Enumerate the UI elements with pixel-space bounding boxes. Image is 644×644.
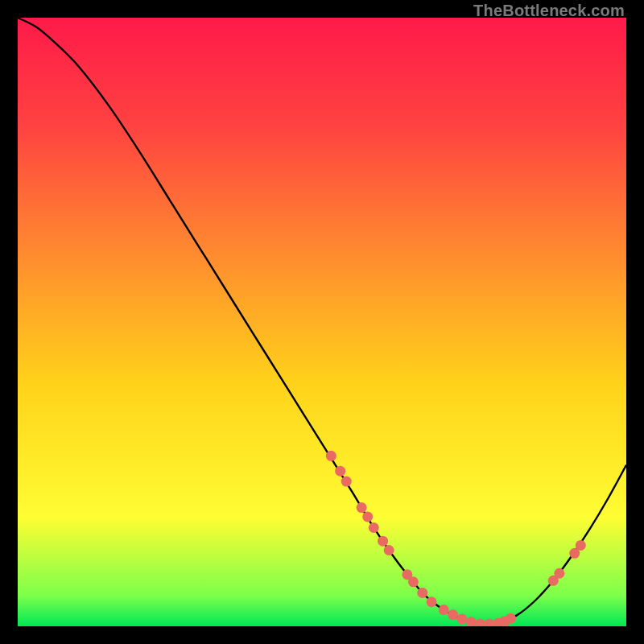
marker-point: [357, 502, 367, 513]
marker-point: [427, 597, 437, 607]
marker-point: [439, 605, 449, 615]
plot-background: [18, 18, 626, 626]
marker-point: [576, 540, 586, 551]
chart-frame: [18, 18, 626, 626]
marker-point: [408, 576, 419, 587]
marker-point: [362, 511, 373, 522]
marker-point: [417, 588, 427, 598]
marker-point: [384, 545, 394, 555]
marker-point: [448, 609, 458, 620]
marker-point: [506, 613, 516, 624]
marker-point: [335, 466, 345, 477]
marker-point: [326, 451, 336, 461]
marker-point: [378, 536, 388, 547]
watermark-text: TheBottleneck.com: [473, 2, 625, 20]
bottleneck-chart: [18, 18, 626, 626]
marker-point: [554, 568, 564, 579]
marker-point: [456, 613, 467, 624]
marker-point: [341, 477, 352, 487]
marker-point: [369, 522, 379, 533]
